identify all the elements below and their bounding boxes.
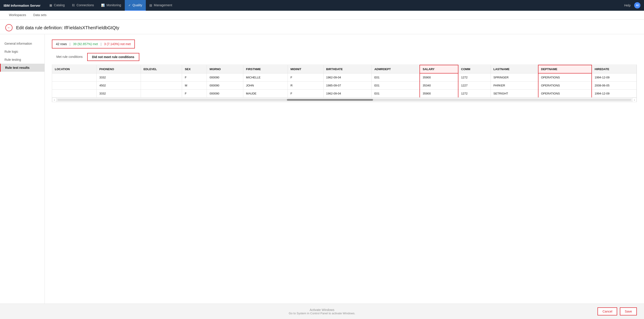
col-header-mgrno: MGRNO [207, 65, 243, 73]
brand-title: IBM Information Server [4, 3, 40, 7]
sidebar: General information Rule logic Rule test… [0, 34, 45, 304]
save-button[interactable]: Save [620, 307, 637, 316]
scroll-track[interactable] [58, 99, 631, 101]
cell-birthdate: 1962-09-04 [323, 73, 372, 81]
cell-deptname: OPERATIONS [538, 90, 592, 98]
nav-catalog[interactable]: ▦ Catalog [46, 0, 68, 11]
stats-not-met: 3 (7.143%) not met [104, 42, 131, 46]
cell-lastname: PARKER [490, 81, 538, 90]
col-header-phoneno: PHONENO [96, 65, 141, 73]
page-footer: Activate Windows Go to System in Control… [0, 304, 644, 319]
cell-hiredate: 1994-12-09 [592, 90, 636, 98]
nav-connections-label: Connections [76, 3, 94, 7]
table-row: 4502M000090JOHNR1985-09-07E01353401227PA… [52, 81, 636, 90]
cell-location [52, 90, 96, 98]
stats-sep1: | [70, 42, 70, 46]
cell-comm: 1272 [458, 90, 490, 98]
cell-admrdept: E01 [372, 81, 420, 90]
nav-monitoring[interactable]: 📊 Monitoring [98, 0, 124, 11]
col-header-lastname: LASTNAME [490, 65, 538, 73]
nav-connections[interactable]: ⛓ Connections [68, 0, 98, 11]
sidebar-rule-testing[interactable]: Rule testing [0, 56, 44, 64]
col-header-firstnme: FIRSTNME [243, 65, 288, 73]
cell-edlevel [141, 73, 182, 81]
cell-phoneno: 3332 [96, 73, 141, 81]
back-button[interactable]: ← [5, 24, 12, 31]
table-row: 3332F000090MICHELLEF1962-09-04E013590012… [52, 73, 636, 81]
sidebar-rule-logic[interactable]: Rule logic [0, 47, 44, 56]
scroll-thumb [287, 99, 373, 101]
cell-birthdate: 1985-09-07 [323, 81, 372, 90]
cell-comm: 1272 [458, 73, 490, 81]
nav-items: ▦ Catalog ⛓ Connections 📊 Monitoring ✓ Q… [46, 0, 624, 11]
catalog-icon: ▦ [50, 3, 52, 7]
top-navigation: IBM Information Server ▦ Catalog ⛓ Conne… [0, 0, 644, 11]
nav-management[interactable]: ▤ Management [146, 0, 176, 11]
nav-quality-label: Quality [132, 3, 142, 7]
col-header-hiredate: HIREDATE [592, 65, 636, 73]
cell-mgrno: 000090 [207, 90, 243, 98]
cell-midinit: R [288, 81, 323, 90]
cancel-button[interactable]: Cancel [598, 307, 617, 316]
cell-mgrno: 000090 [207, 73, 243, 81]
cell-deptname: OPERATIONS [538, 81, 592, 90]
activate-windows-title: Activate Windows [289, 308, 355, 312]
cell-mgrno: 000090 [207, 81, 243, 90]
col-header-salary: SALARY [420, 65, 458, 73]
quality-icon: ✓ [128, 3, 131, 7]
cell-firstnme: JOHN [243, 81, 288, 90]
user-avatar[interactable]: AI [634, 2, 640, 8]
cell-admrdept: E01 [372, 90, 420, 98]
stats-met: 39 (92.857%) met [73, 42, 98, 46]
cell-location [52, 81, 96, 90]
cell-hiredate: 2008-06-05 [592, 81, 636, 90]
cell-sex: F [182, 90, 207, 98]
col-header-comm: COMM [458, 65, 490, 73]
page-title: Edit data rule definition: IfFieldaIsXTh… [16, 25, 119, 30]
cell-firstnme: MICHELLE [243, 73, 288, 81]
content-area: ← Edit data rule definition: IfFieldaIsX… [0, 20, 644, 319]
help-link[interactable]: Help [624, 3, 630, 7]
sidebar-rule-results[interactable]: Rule test results [0, 64, 44, 72]
cell-lastname: SPRINGER [490, 73, 538, 81]
sidebar-general[interactable]: General information [0, 39, 44, 47]
col-header-sex: SEX [182, 65, 207, 73]
topnav-right: Help AI [624, 2, 640, 8]
page-header: ← Edit data rule definition: IfFieldaIsX… [0, 20, 644, 34]
table-row: 3332F000090MAUDEF1962-09-04E01359001272S… [52, 90, 636, 98]
cell-hiredate: 1994-12-09 [592, 73, 636, 81]
subnav-workspaces[interactable]: Workspaces [5, 11, 30, 20]
connections-icon: ⛓ [72, 3, 75, 7]
cell-admrdept: E01 [372, 73, 420, 81]
tab-met[interactable]: Met rule conditions [52, 53, 87, 61]
horizontal-scrollbar[interactable]: ‹ › [52, 97, 636, 102]
nav-catalog-label: Catalog [54, 3, 64, 7]
main-panel: 42 rows | 39 (92.857%) met | 3 (7.143%) … [45, 34, 644, 304]
col-header-location: LOCATION [52, 65, 96, 73]
table-header-row: LOCATION PHONENO EDLEVEL SEX MGRNO FIRST… [52, 65, 636, 73]
scroll-left-arrow[interactable]: ‹ [52, 98, 56, 102]
nav-quality[interactable]: ✓ Quality [125, 0, 146, 11]
cell-salary: 35900 [420, 90, 458, 98]
cell-sex: F [182, 73, 207, 81]
activate-windows-notice: Activate Windows Go to System in Control… [289, 308, 355, 315]
col-header-midinit: MIDINIT [288, 65, 323, 73]
cell-deptname: OPERATIONS [538, 73, 592, 81]
data-table-wrapper: LOCATION PHONENO EDLEVEL SEX MGRNO FIRST… [52, 64, 637, 102]
cell-salary: 35340 [420, 81, 458, 90]
subnav-datasets[interactable]: Data sets [30, 11, 50, 20]
back-arrow-icon: ← [7, 26, 11, 30]
cell-lastname: SETRIGHT [490, 90, 538, 98]
monitoring-icon: 📊 [101, 3, 105, 7]
tab-not-met[interactable]: Did not meet rule conditions [87, 53, 139, 61]
results-table: LOCATION PHONENO EDLEVEL SEX MGRNO FIRST… [52, 65, 636, 97]
stats-total: 42 rows [56, 42, 67, 46]
cell-comm: 1227 [458, 81, 490, 90]
scroll-right-arrow[interactable]: › [632, 98, 636, 102]
main-layout: General information Rule logic Rule test… [0, 34, 644, 304]
stats-box: 42 rows | 39 (92.857%) met | 3 (7.143%) … [52, 39, 135, 48]
cell-sex: M [182, 81, 207, 90]
col-header-birthdate: BIRTHDATE [323, 65, 372, 73]
cell-phoneno: 4502 [96, 81, 141, 90]
cell-edlevel [141, 81, 182, 90]
